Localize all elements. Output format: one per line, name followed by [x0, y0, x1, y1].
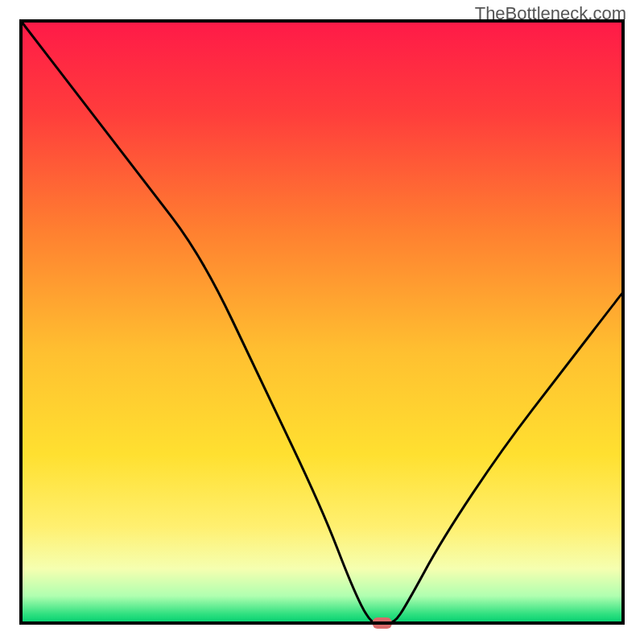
bottleneck-chart: TheBottleneck.com	[0, 0, 644, 644]
gradient-background	[21, 21, 623, 623]
watermark-text: TheBottleneck.com	[475, 3, 626, 24]
chart-canvas	[0, 0, 644, 644]
